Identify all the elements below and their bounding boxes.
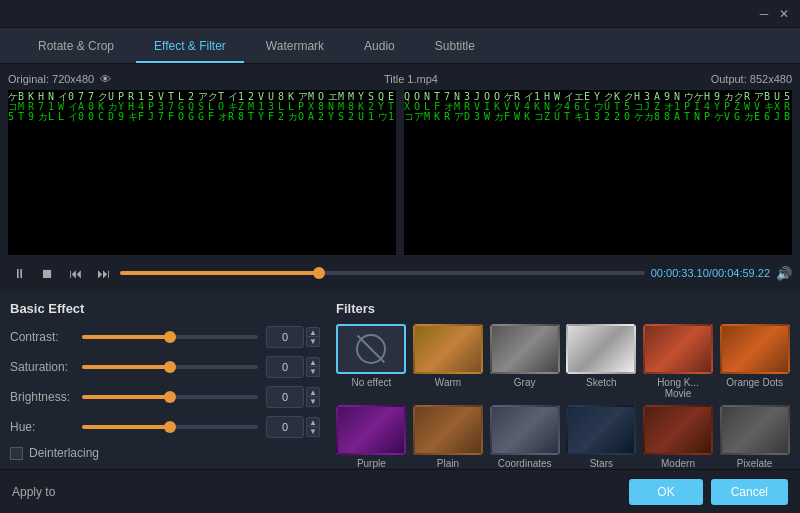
filter-thumb-pixelate [720, 405, 790, 455]
filter-thumb-warm [413, 324, 483, 374]
title-label: Title 1.mp4 [384, 73, 438, 85]
filter-label-pixelate: Pixelate [737, 458, 773, 469]
hue-value: 0 [266, 416, 304, 438]
bottom-bar: Apply to OK Cancel [0, 469, 800, 513]
progress-thumb [313, 267, 325, 279]
volume-icon[interactable]: 🔊 [776, 266, 792, 281]
brightness-label: Brightness: [10, 390, 82, 404]
filter-gray[interactable]: Gray [489, 324, 560, 399]
saturation-fill [82, 365, 170, 369]
filter-label-sketch: Sketch [586, 377, 617, 388]
saturation-down[interactable]: ▼ [306, 367, 320, 377]
original-label: Original: 720x480 [8, 73, 94, 85]
time-display: 00:00:33.10/00:04:59.22 [651, 267, 770, 279]
filter-no-effect[interactable]: No effect [336, 324, 407, 399]
minimize-button[interactable]: ─ [756, 6, 772, 22]
hue-slider[interactable] [82, 425, 258, 429]
deinterlacing-checkbox[interactable] [10, 447, 23, 460]
filter-warm[interactable]: Warm [413, 324, 484, 399]
brightness-slider[interactable] [82, 395, 258, 399]
filter-thumb-gray [490, 324, 560, 374]
hue-thumb [164, 421, 176, 433]
contrast-thumb [164, 331, 176, 343]
progress-bar[interactable] [120, 271, 645, 275]
hue-spinners: ▲ ▼ [306, 417, 320, 437]
close-button[interactable]: ✕ [776, 6, 792, 22]
saturation-row: Saturation: 0 ▲ ▼ [10, 356, 320, 378]
original-preview [8, 90, 396, 255]
no-effect-circle [356, 334, 386, 364]
filter-label-hongk: Hong K... Movie [643, 377, 714, 399]
output-label: Output: 852x480 [711, 73, 792, 85]
filter-thumb-no-effect [336, 324, 406, 374]
filter-sketch[interactable]: Sketch [566, 324, 637, 399]
contrast-up[interactable]: ▲ [306, 327, 320, 337]
saturation-slider[interactable] [82, 365, 258, 369]
tab-effect-filter[interactable]: Effect & Filter [136, 31, 244, 63]
playback-bar: ⏸ ⏹ ⏮ ⏭ 00:00:33.10/00:04:59.22 🔊 [0, 255, 800, 291]
output-preview [404, 90, 792, 255]
basic-effect-title: Basic Effect [10, 301, 320, 316]
filter-label-orangedots: Orange Dots [726, 377, 783, 388]
saturation-label: Saturation: [10, 360, 82, 374]
filters-grid: No effect Warm Gray Sketch Hong K... Mov… [336, 324, 790, 469]
filter-thumb-modern [643, 405, 713, 455]
deinterlacing-row: Deinterlacing [10, 446, 320, 460]
filter-purple[interactable]: Purple [336, 405, 407, 469]
saturation-spinners: ▲ ▼ [306, 357, 320, 377]
saturation-thumb [164, 361, 176, 373]
bottom-right-buttons: OK Cancel [629, 479, 788, 505]
filter-hongk[interactable]: Hong K... Movie [643, 324, 714, 399]
hue-up[interactable]: ▲ [306, 417, 320, 427]
filter-label-purple: Purple [357, 458, 386, 469]
tab-rotate-crop[interactable]: Rotate & Crop [20, 31, 132, 63]
filter-stars[interactable]: Stars [566, 405, 637, 469]
stop-button[interactable]: ⏹ [36, 262, 58, 284]
contrast-row: Contrast: 0 ▲ ▼ [10, 326, 320, 348]
pause-button[interactable]: ⏸ [8, 262, 30, 284]
videos-row [8, 90, 792, 255]
contrast-fill [82, 335, 170, 339]
hue-down[interactable]: ▼ [306, 427, 320, 437]
prev-button[interactable]: ⏮ [64, 262, 86, 284]
tab-subtitle[interactable]: Subtitle [417, 31, 493, 63]
saturation-up[interactable]: ▲ [306, 357, 320, 367]
saturation-value: 0 [266, 356, 304, 378]
ok-button[interactable]: OK [629, 479, 702, 505]
filter-label-no-effect: No effect [351, 377, 391, 388]
contrast-spinners: ▲ ▼ [306, 327, 320, 347]
apply-to-text: Apply to [12, 485, 55, 499]
filter-modern[interactable]: Modern [643, 405, 714, 469]
filter-thumb-orangedots [720, 324, 790, 374]
contrast-down[interactable]: ▼ [306, 337, 320, 347]
next-button[interactable]: ⏭ [92, 262, 114, 284]
tab-watermark[interactable]: Watermark [248, 31, 342, 63]
tab-bar: Rotate & Crop Effect & Filter Watermark … [0, 28, 800, 64]
filter-orangedots[interactable]: Orange Dots [719, 324, 790, 399]
brightness-down[interactable]: ▼ [306, 397, 320, 407]
eye-icon[interactable]: 👁 [100, 73, 111, 85]
filter-label-gray: Gray [514, 377, 536, 388]
filter-label-warm: Warm [435, 377, 461, 388]
brightness-value: 0 [266, 386, 304, 408]
filter-label-plain: Plain [437, 458, 459, 469]
contrast-slider[interactable] [82, 335, 258, 339]
cancel-button[interactable]: Cancel [711, 479, 788, 505]
filter-thumb-stars [566, 405, 636, 455]
filters-title: Filters [336, 301, 790, 316]
filter-plain[interactable]: Plain [413, 405, 484, 469]
filter-coordinates[interactable]: Coordinates [489, 405, 560, 469]
brightness-up[interactable]: ▲ [306, 387, 320, 397]
filter-label-stars: Stars [590, 458, 613, 469]
filter-pixelate[interactable]: Pixelate [719, 405, 790, 469]
filter-thumb-sketch [566, 324, 636, 374]
deinterlacing-label: Deinterlacing [29, 446, 99, 460]
contrast-value: 0 [266, 326, 304, 348]
output-canvas [404, 90, 792, 255]
tab-audio[interactable]: Audio [346, 31, 413, 63]
hue-fill [82, 425, 170, 429]
hue-label: Hue: [10, 420, 82, 434]
filter-thumb-purple [336, 405, 406, 455]
video-info-bar: Original: 720x480 👁 Title 1.mp4 Output: … [8, 68, 792, 90]
filter-thumb-hongk [643, 324, 713, 374]
